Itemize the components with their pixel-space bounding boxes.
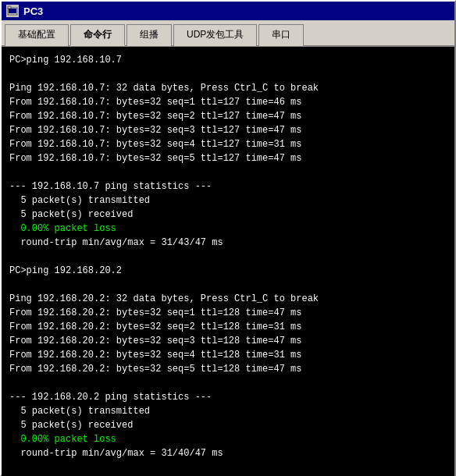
tab-serial[interactable]: 串口 [258,24,304,46]
terminal-line: 5 packet(s) received [9,208,447,222]
terminal-line: --- 192.168.20.2 ping statistics --- [9,390,447,404]
svg-rect-2 [8,6,11,9]
terminal-line: From 192.168.20.2: bytes=32 seq=4 ttl=12… [9,348,447,362]
terminal-line: round-trip min/avg/max = 31/40/47 ms [9,446,447,460]
tab-command-line[interactable]: 命令行 [70,24,125,46]
title-bar: PC3 [2,2,454,20]
terminal-line: PC>ping 192.168.20.2 [9,264,447,278]
terminal-line: 0.00% packet loss [9,222,447,236]
tab-udp-tool[interactable]: UDP发包工具 [173,24,257,46]
terminal-line [9,376,447,390]
tabs-bar: 基础配置 命令行 组播 UDP发包工具 串口 [2,20,454,47]
terminal-line: 5 packet(s) transmitted [9,194,447,208]
tab-multicast[interactable]: 组播 [126,24,172,46]
tab-basic-config[interactable]: 基础配置 [5,24,69,46]
terminal-line: 5 packet(s) transmitted [9,404,447,418]
terminal-line [9,165,447,179]
terminal-line: From 192.168.20.2: bytes=32 seq=3 ttl=12… [9,334,447,348]
terminal-line: From 192.168.20.2: bytes=32 seq=5 ttl=12… [9,362,447,376]
window: PC3 基础配置 命令行 组播 UDP发包工具 串口 PC>ping 192.1… [0,0,456,476]
terminal-line: --- 192.168.10.7 ping statistics --- [9,179,447,194]
terminal-line [9,250,447,264]
terminal-line: Ping 192.168.10.7: 32 data bytes, Press … [9,81,447,95]
terminal-line: PC>ping 192.168.10.7 [9,53,447,67]
terminal-line: round-trip min/avg/max = 31/43/47 ms [9,236,447,250]
terminal-line [9,278,447,292]
window-title: PC3 [23,5,450,17]
terminal-line: From 192.168.20.2: bytes=32 seq=2 ttl=12… [9,320,447,334]
terminal-line: Ping 192.168.20.2: 32 data bytes, Press … [9,292,447,306]
terminal-line: From 192.168.10.7: bytes=32 seq=5 ttl=12… [9,151,447,165]
svg-rect-1 [9,9,16,13]
terminal-line: From 192.168.10.7: bytes=32 seq=3 ttl=12… [9,123,447,137]
terminal-line: 5 packet(s) received [9,418,447,432]
terminal-line: 0.00% packet loss [9,432,447,446]
terminal-line [9,67,447,81]
terminal-line: From 192.168.20.2: bytes=32 seq=1 ttl=12… [9,306,447,320]
terminal-line: From 192.168.10.7: bytes=32 seq=4 ttl=12… [9,137,447,151]
terminal-line: From 192.168.10.7: bytes=32 seq=2 ttl=12… [9,109,447,123]
terminal-line: From 192.168.10.7: bytes=32 seq=1 ttl=12… [9,95,447,109]
terminal-output[interactable]: PC>ping 192.168.10.7 Ping 192.168.10.7: … [2,47,454,476]
window-icon [6,5,19,17]
